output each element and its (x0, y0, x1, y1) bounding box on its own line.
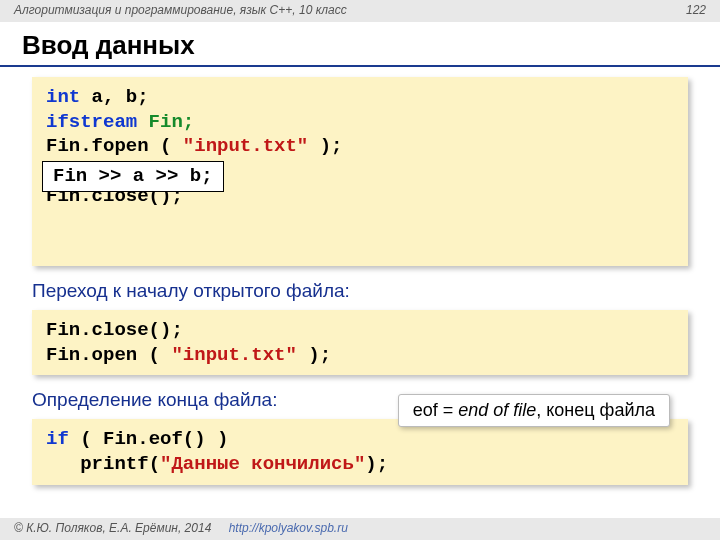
breadcrumb: Алгоритмизация и программирование, язык … (14, 3, 347, 19)
code-block-3: if ( Fin.eof() ) printf("Данные кончилис… (32, 419, 688, 484)
page-number: 122 (686, 3, 706, 19)
code-text: a, b; (80, 86, 148, 108)
code-text: printf( (80, 453, 160, 475)
string-literal: "input.txt" (171, 344, 296, 366)
code-text: Fin.open ( (46, 344, 171, 366)
subheading-1: Переход к началу открытого файла: (32, 280, 688, 302)
var-fin: Fin; (137, 111, 194, 133)
highlighted-line: Fin >> a >> b; (42, 161, 224, 192)
indent (46, 453, 80, 475)
code-text: Fin.close(); (46, 319, 183, 341)
code-text: Fin.fopen ( (46, 135, 183, 157)
page-title: Ввод данных (0, 22, 720, 67)
string-literal: "input.txt" (183, 135, 308, 157)
code-block-1: int a, b; ifstream Fin; Fin.fopen ( "inp… (32, 77, 688, 266)
header-bar: Алгоритмизация и программирование, язык … (0, 0, 720, 22)
tooltip-prefix: eof = (413, 400, 459, 420)
code-text: ( Fin.eof() ) (69, 428, 229, 450)
tooltip-italic: end of file (458, 400, 536, 420)
tooltip-eof: eof = end of file, конец файла (398, 394, 670, 427)
string-literal: "Данные кончились" (160, 453, 365, 475)
footer-bar: © К.Ю. Поляков, Е.А. Ерёмин, 2014 http:/… (0, 518, 720, 540)
code-text: ); (308, 135, 342, 157)
tooltip-suffix: , конец файла (536, 400, 655, 420)
code-block-2: Fin.close(); Fin.open ( "input.txt" ); (32, 310, 688, 375)
footer-url: http://kpolyakov.spb.ru (229, 521, 348, 535)
copyright: © К.Ю. Поляков, Е.А. Ерёмин, 2014 (14, 521, 211, 535)
keyword-if: if (46, 428, 69, 450)
keyword-int: int (46, 86, 80, 108)
keyword-ifstream: ifstream (46, 111, 137, 133)
code-text: ); (365, 453, 388, 475)
code-text: ); (297, 344, 331, 366)
